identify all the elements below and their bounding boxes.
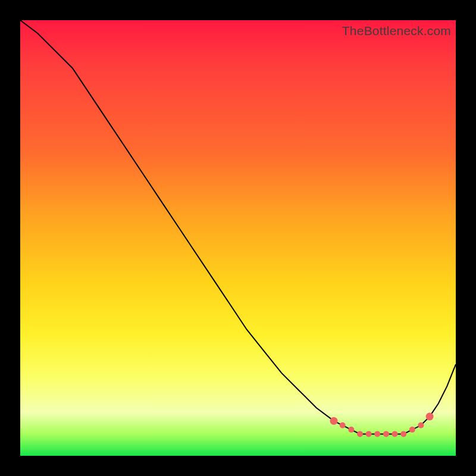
curve-marker [330,417,338,425]
attribution-label: TheBottleneck.com [342,24,451,38]
curve-marker [418,422,424,428]
chart-svg [20,20,456,456]
curve-marker [409,427,415,433]
curve-marker [400,431,406,437]
curve-marker [340,422,346,428]
curve-marker [357,431,363,437]
curve-marker [426,413,434,421]
curve-marker [348,427,354,433]
curve-marker [366,431,372,437]
curve-marker [392,431,398,437]
marker-group [330,413,434,437]
curve-marker [374,431,380,437]
curve-marker [383,431,389,437]
chart-frame: TheBottleneck.com [0,0,476,476]
chart-plot-area: TheBottleneck.com [20,20,456,456]
bottleneck-curve [20,20,456,434]
